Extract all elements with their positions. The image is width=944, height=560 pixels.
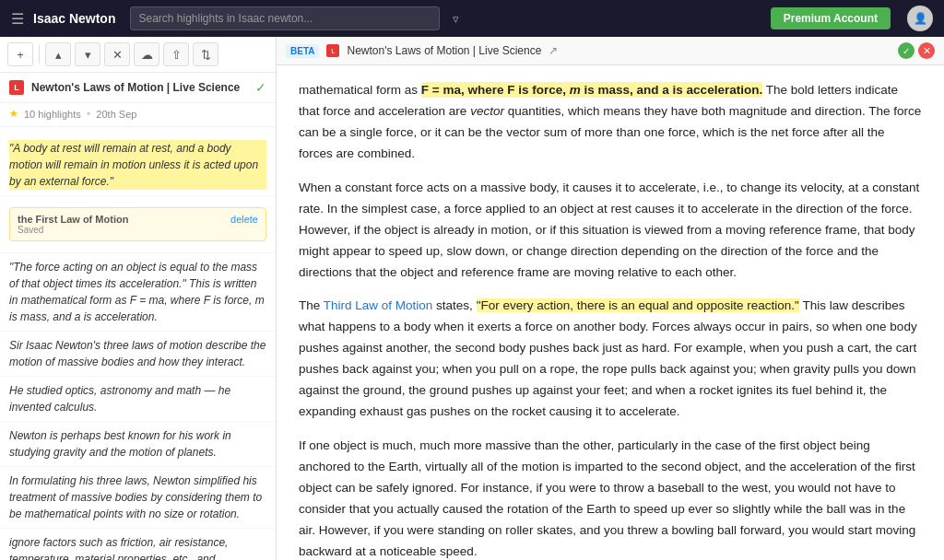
highlight-text: Sir Isaac Newton's three laws of motion … <box>9 337 266 370</box>
highlights-meta: ★ 10 highlights • 20th Sep <box>0 103 276 127</box>
close-button[interactable]: ✕ <box>104 42 130 66</box>
highlight-text: "A body at rest will remain at rest, and… <box>9 140 266 190</box>
highlight-item: In formulating his three laws, Newton si… <box>0 467 276 529</box>
article-title-sidebar: Newton's Laws of Motion | Live Science <box>31 81 248 94</box>
main-area: + ▴ ▾ ✕ ☁ ⇧ ⇅ L Newton's Laws of Motion … <box>0 37 944 560</box>
down-button[interactable]: ▾ <box>75 42 100 66</box>
content-body[interactable]: mathematical form as F = ma, where F is … <box>277 65 944 560</box>
third-law-highlight: "For every action, there is an equal and… <box>477 298 799 312</box>
content-pane: BETA L Newton's Laws of Motion | Live Sc… <box>277 37 944 560</box>
highlight-item: ignore factors such as friction, air res… <box>0 529 276 560</box>
highlight-text: "The force acting on an object is equal … <box>9 259 266 325</box>
highlight-item: He studied optics, astronomy and math — … <box>0 377 276 422</box>
external-link-icon[interactable]: ↗ <box>549 44 558 57</box>
highlight-item: Newton is perhaps best known for his wor… <box>0 422 276 467</box>
premium-button[interactable]: Premium Account <box>771 7 891 29</box>
note-title: the First Law of Motion <box>18 214 258 225</box>
avatar[interactable]: 👤 <box>907 6 933 31</box>
tab-title: Newton's Laws of Motion | Live Science <box>347 44 541 57</box>
highlight-text: ignore factors such as friction, air res… <box>9 534 266 560</box>
status-close-icon[interactable]: ✕ <box>918 42 935 59</box>
app-title: Isaac Newton <box>33 11 115 26</box>
cloud-upload-button[interactable]: ⇧ <box>163 42 189 66</box>
search-input[interactable] <box>130 6 440 30</box>
article-favicon: L <box>9 80 24 95</box>
up-button[interactable]: ▴ <box>45 42 71 66</box>
highlight-item: "The force acting on an object is equal … <box>0 253 276 332</box>
formula-highlight: F = ma, where F is force, m is mass, and… <box>421 82 762 98</box>
highlight-item: Sir Isaac Newton's three laws of motion … <box>0 332 276 377</box>
sidebar: + ▴ ▾ ✕ ☁ ⇧ ⇅ L Newton's Laws of Motion … <box>0 37 277 560</box>
note-block: delete the First Law of Motion Saved <box>0 196 276 253</box>
article-header: L Newton's Laws of Motion | Live Science… <box>0 73 276 103</box>
paragraph: When a constant force acts on a massive … <box>299 178 922 284</box>
note-box: delete the First Law of Motion Saved <box>9 207 266 241</box>
highlight-text: In formulating his three laws, Newton si… <box>9 472 266 522</box>
sidebar-content[interactable]: "A body at rest will remain at rest, and… <box>0 127 276 560</box>
paragraph: The Third Law of Motion states, "For eve… <box>299 296 922 423</box>
tab-status-icons: ✓ ✕ <box>898 42 935 59</box>
sort-button[interactable]: ⇅ <box>193 42 218 66</box>
note-saved: Saved <box>18 225 258 235</box>
sidebar-toolbar: + ▴ ▾ ✕ ☁ ⇧ ⇅ <box>0 37 276 73</box>
check-icon: ✓ <box>255 80 266 95</box>
tab-favicon: L <box>326 44 339 57</box>
highlights-count: 10 highlights <box>24 109 81 120</box>
paragraph: If one object is much, much more massive… <box>299 436 922 560</box>
third-law-link[interactable]: Third Law of Motion <box>324 298 433 312</box>
beta-badge: BETA <box>286 44 319 58</box>
topnav: ☰ Isaac Newton ▿ Premium Account 👤 <box>0 0 944 37</box>
highlight-item: "A body at rest will remain at rest, and… <box>0 134 276 196</box>
paragraph: mathematical form as F = ma, where F is … <box>299 80 922 165</box>
status-green-icon: ✓ <box>898 42 914 59</box>
star-icon: ★ <box>9 108 18 120</box>
add-highlight-button[interactable]: + <box>7 42 33 66</box>
highlights-date: 20th Sep <box>96 109 136 120</box>
text-segment: mathematical form as <box>299 83 421 97</box>
filter-icon[interactable]: ▿ <box>453 12 459 26</box>
highlight-text: He studied optics, astronomy and math — … <box>9 382 266 415</box>
cloud-button[interactable]: ☁ <box>134 42 159 66</box>
note-delete-button[interactable]: delete <box>230 214 258 225</box>
highlight-text: Newton is perhaps best known for his wor… <box>9 427 266 461</box>
content-tabbar: BETA L Newton's Laws of Motion | Live Sc… <box>277 37 944 65</box>
menu-icon[interactable]: ☰ <box>11 10 24 28</box>
